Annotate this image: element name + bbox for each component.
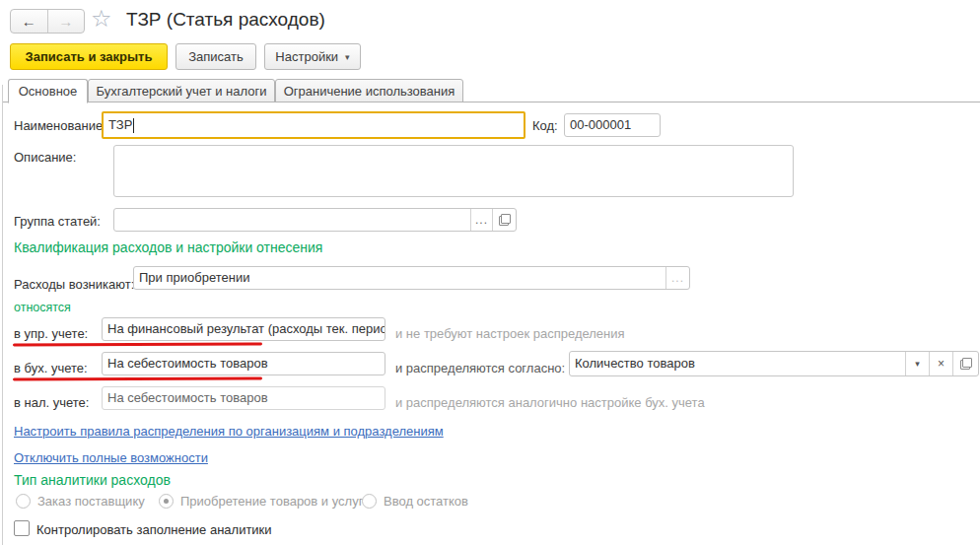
save-button[interactable]: Записать <box>175 43 256 70</box>
expenses-occur-value: При приобретении <box>134 267 665 289</box>
expense-item-form-window: ← → ☆ ТЗР (Статья расходов) Записать и з… <box>0 0 980 545</box>
radio-label: Приобретение товаров и услуг <box>180 494 363 509</box>
favorite-star-icon[interactable]: ☆ <box>91 5 112 33</box>
group-open-button[interactable] <box>492 209 516 231</box>
code-label: Код: <box>532 118 558 133</box>
red-underline-annotation <box>13 376 262 380</box>
expenses-occur-choose-button[interactable]: ... <box>665 267 689 289</box>
expenses-occur-input[interactable]: При приобретении ... <box>133 266 690 290</box>
text-cursor <box>133 118 134 133</box>
radio-goods-services-purchase[interactable]: Приобретение товаров и услуг <box>159 494 363 509</box>
expenses-occur-label: Расходы возникают: <box>14 277 134 292</box>
relate-caption: относятся <box>14 301 71 314</box>
radio-label: Ввод остатков <box>384 494 468 509</box>
back-button[interactable]: ← <box>11 10 47 33</box>
settings-button[interactable]: Настройки ▾ <box>264 43 361 70</box>
management-accounting-note: и не требуют настроек распределения <box>395 326 625 341</box>
page-title: ТЗР (Статья расходов) <box>126 9 325 31</box>
name-value: ТЗР <box>108 117 132 132</box>
combo-clear-button[interactable]: × <box>929 352 952 375</box>
management-accounting-input[interactable]: На финансовый результат (расходы тек. пе… <box>102 317 385 341</box>
disable-full-features-link[interactable]: Отключить полные возможности <box>14 450 208 465</box>
radio-circle-icon <box>16 494 31 509</box>
group-label: Группа статей: <box>14 214 101 229</box>
radio-balances-entry[interactable]: Ввод остатков <box>362 494 468 509</box>
ellipsis-icon: ... <box>475 215 488 225</box>
tax-accounting-input[interactable]: На себестоимость товаров <box>102 386 385 410</box>
radio-circle-icon <box>159 494 174 509</box>
forward-button[interactable]: → <box>47 10 85 33</box>
tab-main[interactable]: Основное <box>8 79 88 103</box>
settings-button-label: Настройки <box>275 49 338 64</box>
chevron-down-icon: ▾ <box>915 359 920 369</box>
name-label: Наименование: <box>14 118 106 133</box>
tab-usage-restriction[interactable]: Ограничение использования <box>275 79 463 102</box>
code-input[interactable]: 00-000001 <box>564 113 661 137</box>
combo-dropdown-button[interactable]: ▾ <box>905 352 929 375</box>
back-arrow-icon: ← <box>22 13 36 30</box>
book-accounting-note: и распределяются согласно: <box>395 361 565 375</box>
group-input[interactable]: ... <box>113 208 517 232</box>
control-analytics-checkbox[interactable] <box>14 520 30 536</box>
group-value <box>114 209 470 231</box>
control-analytics-checkbox-label: Контролировать заполнение аналитики <box>36 522 272 537</box>
open-in-window-icon <box>960 358 972 370</box>
open-in-window-icon <box>499 214 511 226</box>
section-analytics-title: Тип аналитики расходов <box>14 472 171 488</box>
radio-circle-icon <box>362 494 377 509</box>
save-and-close-button[interactable]: Записать и закрыть <box>10 43 168 70</box>
distribution-base-combobox[interactable]: Количество товаров ▾ × <box>569 351 979 376</box>
distribution-base-value: Количество товаров <box>570 352 905 375</box>
chevron-down-icon: ▾ <box>345 52 350 62</box>
tax-accounting-label: в нал. учете: <box>14 395 89 410</box>
tax-accounting-note: и распределяются аналогично настройке бу… <box>395 395 705 410</box>
section-qualification-title: Квалификация расходов и настройки отнесе… <box>14 239 322 255</box>
description-input[interactable] <box>113 145 794 197</box>
combo-open-button[interactable] <box>952 352 978 375</box>
book-accounting-label: в бух. учете: <box>14 361 88 375</box>
name-input[interactable]: ТЗР <box>102 111 525 139</box>
management-accounting-label: в упр. учете: <box>14 326 88 341</box>
tab-accounting-taxes[interactable]: Бухгалтерский учет и налоги <box>88 79 275 102</box>
group-choose-button[interactable]: ... <box>470 209 492 231</box>
distribution-rules-link[interactable]: Настроить правила распределения по орган… <box>14 424 444 439</box>
form-left-border <box>2 85 3 545</box>
clear-x-icon: × <box>938 357 945 371</box>
history-nav-group: ← → <box>10 9 85 34</box>
radio-label: Заказ поставщику <box>37 494 145 509</box>
book-accounting-input[interactable]: На себестоимость товаров <box>102 352 385 375</box>
ellipsis-icon: ... <box>671 273 684 283</box>
forward-arrow-icon: → <box>58 13 73 30</box>
description-label: Описание: <box>14 150 76 165</box>
red-underline-annotation <box>13 342 262 346</box>
radio-supplier-order[interactable]: Заказ поставщику <box>16 494 145 509</box>
